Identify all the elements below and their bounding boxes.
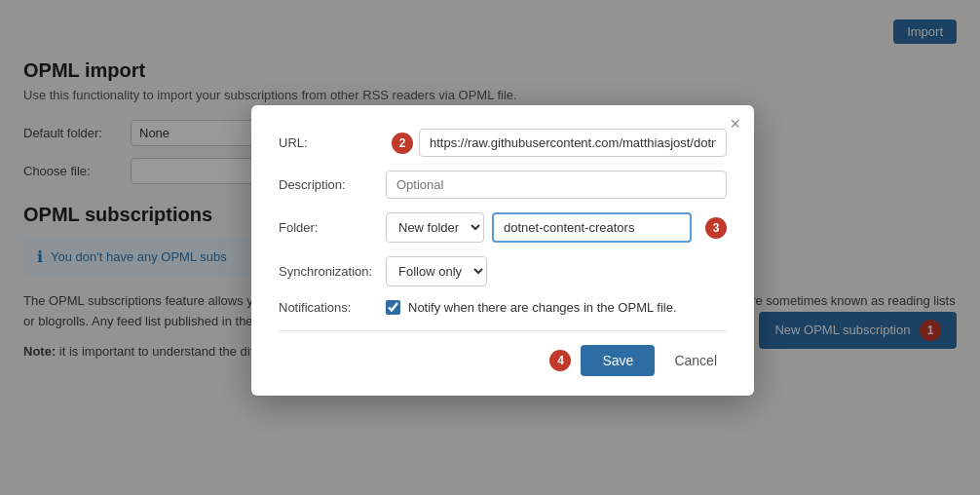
modal-close-button[interactable]: × xyxy=(730,115,740,133)
notifications-checkbox-row: Notify when there are changes in the OPM… xyxy=(386,300,677,315)
save-button[interactable]: Save xyxy=(581,345,655,376)
description-input[interactable] xyxy=(386,171,727,199)
url-input[interactable] xyxy=(419,129,727,157)
folder-name-input[interactable] xyxy=(492,212,692,243)
synchronization-label: Synchronization: xyxy=(279,264,386,279)
badge-4: 4 xyxy=(549,350,571,371)
badge-3: 3 xyxy=(705,217,727,239)
url-label: URL: xyxy=(279,135,386,150)
synchronization-select[interactable]: Follow only xyxy=(386,256,487,286)
modal-divider xyxy=(279,330,727,331)
folder-label: Folder: xyxy=(279,220,386,235)
notifications-checkbox[interactable] xyxy=(386,300,400,315)
badge-2: 2 xyxy=(392,133,413,154)
modal-dialog: × URL: 2 Description: Folder: New folder… xyxy=(251,105,754,396)
folder-select[interactable]: New folder xyxy=(386,212,484,243)
notifications-checkbox-label: Notify when there are changes in the OPM… xyxy=(408,300,677,315)
notifications-label: Notifications: xyxy=(279,300,386,315)
modal-footer: 4 Save Cancel xyxy=(279,345,727,376)
cancel-button[interactable]: Cancel xyxy=(664,345,727,376)
description-row: Description: xyxy=(279,171,727,199)
folder-row: Folder: New folder 3 xyxy=(279,212,727,243)
synchronization-row: Synchronization: Follow only xyxy=(279,256,727,286)
folder-controls: New folder 3 xyxy=(386,212,727,243)
url-row: URL: 2 xyxy=(279,129,727,157)
description-label: Description: xyxy=(279,177,386,192)
notifications-row: Notifications: Notify when there are cha… xyxy=(279,300,727,315)
